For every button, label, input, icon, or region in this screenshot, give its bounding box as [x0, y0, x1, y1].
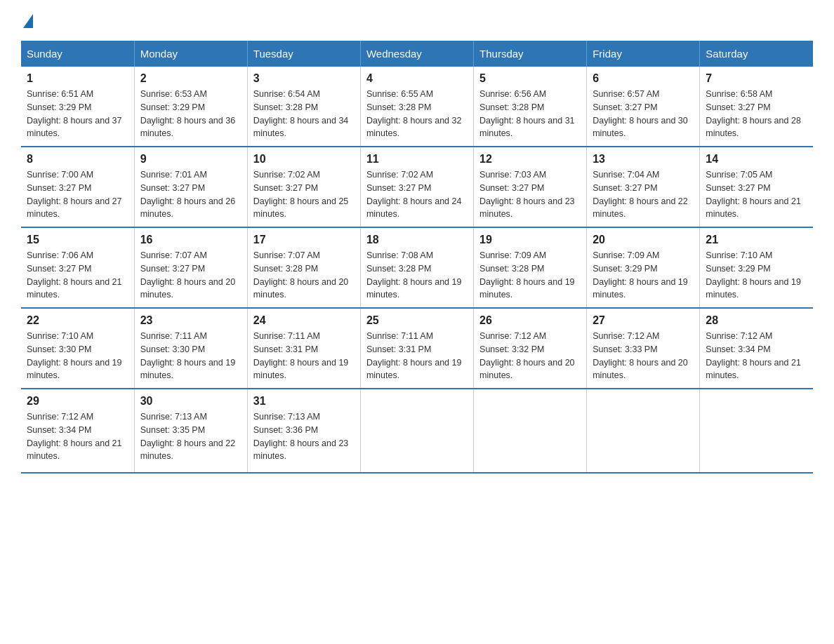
- calendar-cell: 22 Sunrise: 7:10 AMSunset: 3:30 PMDaylig…: [21, 308, 134, 389]
- calendar-cell: 31 Sunrise: 7:13 AMSunset: 3:36 PMDaylig…: [247, 389, 360, 473]
- day-number: 29: [27, 395, 128, 408]
- day-number: 31: [253, 395, 355, 408]
- day-number: 19: [479, 234, 581, 246]
- calendar-week-row: 22 Sunrise: 7:10 AMSunset: 3:30 PMDaylig…: [21, 308, 813, 389]
- calendar-cell: 6 Sunrise: 6:57 AMSunset: 3:27 PMDayligh…: [587, 67, 700, 147]
- day-info: Sunrise: 7:13 AMSunset: 3:36 PMDaylight:…: [253, 412, 349, 461]
- calendar-cell: 23 Sunrise: 7:11 AMSunset: 3:30 PMDaylig…: [134, 308, 247, 389]
- day-number: 10: [253, 153, 355, 166]
- day-info: Sunrise: 6:56 AMSunset: 3:28 PMDaylight:…: [479, 89, 575, 138]
- day-number: 7: [706, 72, 807, 85]
- calendar-cell: 19 Sunrise: 7:09 AMSunset: 3:28 PMDaylig…: [474, 227, 587, 308]
- calendar-cell: 16 Sunrise: 7:07 AMSunset: 3:27 PMDaylig…: [134, 227, 247, 308]
- calendar-week-row: 15 Sunrise: 7:06 AMSunset: 3:27 PMDaylig…: [21, 227, 813, 308]
- day-number: 24: [253, 314, 355, 327]
- day-header-tuesday: Tuesday: [247, 41, 360, 67]
- calendar-cell: 8 Sunrise: 7:00 AMSunset: 3:27 PMDayligh…: [21, 147, 134, 227]
- calendar-cell: [700, 389, 813, 473]
- day-number: 20: [593, 234, 694, 246]
- calendar-cell: 7 Sunrise: 6:58 AMSunset: 3:27 PMDayligh…: [700, 67, 813, 147]
- calendar-cell: 11 Sunrise: 7:02 AMSunset: 3:27 PMDaylig…: [360, 147, 473, 227]
- calendar-cell: 21 Sunrise: 7:10 AMSunset: 3:29 PMDaylig…: [700, 227, 813, 308]
- calendar-table: SundayMondayTuesdayWednesdayThursdayFrid…: [21, 41, 813, 474]
- day-number: 2: [140, 72, 241, 85]
- calendar-cell: 27 Sunrise: 7:12 AMSunset: 3:33 PMDaylig…: [587, 308, 700, 389]
- calendar-cell: 10 Sunrise: 7:02 AMSunset: 3:27 PMDaylig…: [247, 147, 360, 227]
- day-number: 13: [593, 153, 694, 166]
- day-number: 12: [479, 153, 581, 166]
- day-info: Sunrise: 7:02 AMSunset: 3:27 PMDaylight:…: [253, 170, 349, 219]
- day-number: 27: [593, 314, 694, 327]
- calendar-cell: 25 Sunrise: 7:11 AMSunset: 3:31 PMDaylig…: [360, 308, 473, 389]
- day-number: 6: [593, 72, 694, 85]
- day-info: Sunrise: 7:12 AMSunset: 3:34 PMDaylight:…: [27, 412, 122, 461]
- calendar-cell: [360, 389, 473, 473]
- day-number: 1: [27, 72, 128, 85]
- day-info: Sunrise: 7:11 AMSunset: 3:31 PMDaylight:…: [366, 331, 462, 380]
- day-info: Sunrise: 7:09 AMSunset: 3:28 PMDaylight:…: [479, 250, 575, 300]
- day-info: Sunrise: 7:05 AMSunset: 3:27 PMDaylight:…: [706, 170, 801, 219]
- day-info: Sunrise: 7:07 AMSunset: 3:27 PMDaylight:…: [140, 250, 236, 300]
- calendar-cell: 29 Sunrise: 7:12 AMSunset: 3:34 PMDaylig…: [21, 389, 134, 473]
- day-info: Sunrise: 7:00 AMSunset: 3:27 PMDaylight:…: [27, 170, 122, 219]
- day-number: 15: [27, 234, 128, 246]
- day-info: Sunrise: 6:55 AMSunset: 3:28 PMDaylight:…: [366, 89, 462, 138]
- calendar-cell: [587, 389, 700, 473]
- day-number: 30: [140, 395, 241, 408]
- calendar-header-row: SundayMondayTuesdayWednesdayThursdayFrid…: [21, 41, 813, 67]
- day-header-monday: Monday: [134, 41, 247, 67]
- day-info: Sunrise: 7:09 AMSunset: 3:29 PMDaylight:…: [593, 250, 688, 300]
- day-header-sunday: Sunday: [21, 41, 134, 67]
- day-number: 9: [140, 153, 241, 166]
- day-info: Sunrise: 7:12 AMSunset: 3:34 PMDaylight:…: [706, 331, 801, 380]
- calendar-cell: 26 Sunrise: 7:12 AMSunset: 3:32 PMDaylig…: [474, 308, 587, 389]
- day-info: Sunrise: 6:54 AMSunset: 3:28 PMDaylight:…: [253, 89, 349, 138]
- day-number: 3: [253, 72, 355, 85]
- calendar-cell: 24 Sunrise: 7:11 AMSunset: 3:31 PMDaylig…: [247, 308, 360, 389]
- day-number: 8: [27, 153, 128, 166]
- day-number: 4: [366, 72, 468, 85]
- day-info: Sunrise: 7:03 AMSunset: 3:27 PMDaylight:…: [479, 170, 575, 219]
- calendar-cell: 12 Sunrise: 7:03 AMSunset: 3:27 PMDaylig…: [474, 147, 587, 227]
- calendar-cell: 3 Sunrise: 6:54 AMSunset: 3:28 PMDayligh…: [247, 67, 360, 147]
- day-number: 22: [27, 314, 128, 327]
- logo-arrow-icon: [23, 14, 33, 28]
- calendar-cell: 28 Sunrise: 7:12 AMSunset: 3:34 PMDaylig…: [700, 308, 813, 389]
- day-info: Sunrise: 6:51 AMSunset: 3:29 PMDaylight:…: [27, 89, 122, 138]
- calendar-cell: 15 Sunrise: 7:06 AMSunset: 3:27 PMDaylig…: [21, 227, 134, 308]
- day-info: Sunrise: 7:08 AMSunset: 3:28 PMDaylight:…: [366, 250, 462, 300]
- calendar-cell: 2 Sunrise: 6:53 AMSunset: 3:29 PMDayligh…: [134, 67, 247, 147]
- day-number: 11: [366, 153, 468, 166]
- calendar-cell: [474, 389, 587, 473]
- day-info: Sunrise: 7:12 AMSunset: 3:32 PMDaylight:…: [479, 331, 575, 380]
- day-number: 23: [140, 314, 241, 327]
- calendar-cell: 14 Sunrise: 7:05 AMSunset: 3:27 PMDaylig…: [700, 147, 813, 227]
- calendar-week-row: 1 Sunrise: 6:51 AMSunset: 3:29 PMDayligh…: [21, 67, 813, 147]
- day-info: Sunrise: 7:02 AMSunset: 3:27 PMDaylight:…: [366, 170, 462, 219]
- day-info: Sunrise: 7:04 AMSunset: 3:27 PMDaylight:…: [593, 170, 688, 219]
- day-header-wednesday: Wednesday: [360, 41, 473, 67]
- page-header: [21, 14, 813, 27]
- calendar-cell: 9 Sunrise: 7:01 AMSunset: 3:27 PMDayligh…: [134, 147, 247, 227]
- day-header-friday: Friday: [587, 41, 700, 67]
- day-info: Sunrise: 7:11 AMSunset: 3:31 PMDaylight:…: [253, 331, 349, 380]
- calendar-cell: 5 Sunrise: 6:56 AMSunset: 3:28 PMDayligh…: [474, 67, 587, 147]
- day-info: Sunrise: 7:12 AMSunset: 3:33 PMDaylight:…: [593, 331, 688, 380]
- day-info: Sunrise: 7:06 AMSunset: 3:27 PMDaylight:…: [27, 250, 122, 300]
- calendar-cell: 20 Sunrise: 7:09 AMSunset: 3:29 PMDaylig…: [587, 227, 700, 308]
- calendar-cell: 1 Sunrise: 6:51 AMSunset: 3:29 PMDayligh…: [21, 67, 134, 147]
- day-info: Sunrise: 7:10 AMSunset: 3:30 PMDaylight:…: [27, 331, 122, 380]
- day-number: 25: [366, 314, 468, 327]
- calendar-cell: 17 Sunrise: 7:07 AMSunset: 3:28 PMDaylig…: [247, 227, 360, 308]
- day-info: Sunrise: 6:58 AMSunset: 3:27 PMDaylight:…: [706, 89, 801, 138]
- calendar-cell: 13 Sunrise: 7:04 AMSunset: 3:27 PMDaylig…: [587, 147, 700, 227]
- day-info: Sunrise: 7:13 AMSunset: 3:35 PMDaylight:…: [140, 412, 236, 461]
- day-number: 14: [706, 153, 807, 166]
- day-info: Sunrise: 6:57 AMSunset: 3:27 PMDaylight:…: [593, 89, 688, 138]
- calendar-week-row: 8 Sunrise: 7:00 AMSunset: 3:27 PMDayligh…: [21, 147, 813, 227]
- day-number: 17: [253, 234, 355, 246]
- day-info: Sunrise: 7:10 AMSunset: 3:29 PMDaylight:…: [706, 250, 801, 300]
- calendar-week-row: 29 Sunrise: 7:12 AMSunset: 3:34 PMDaylig…: [21, 389, 813, 473]
- calendar-cell: 18 Sunrise: 7:08 AMSunset: 3:28 PMDaylig…: [360, 227, 473, 308]
- day-number: 16: [140, 234, 241, 246]
